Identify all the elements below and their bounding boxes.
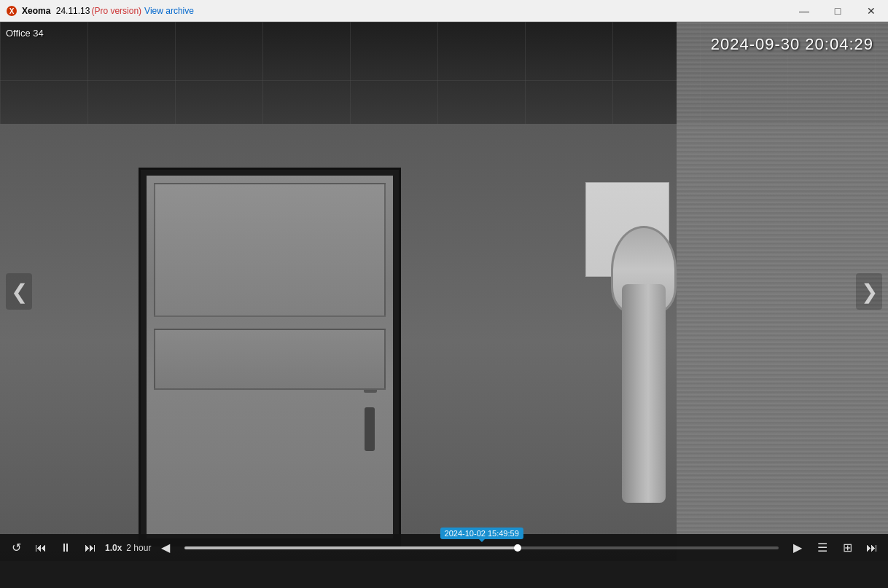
window-controls: — □ ✕ bbox=[787, 0, 888, 22]
pause-button[interactable]: ⏸ bbox=[55, 538, 76, 558]
skip-prev-button[interactable]: ◀ bbox=[155, 538, 176, 558]
grid-button[interactable]: ⊞ bbox=[837, 538, 857, 558]
pro-label: (Pro version) bbox=[91, 6, 141, 16]
app-logo: X bbox=[6, 5, 17, 17]
playback-duration: 2 hour bbox=[126, 543, 151, 553]
app-version bbox=[52, 6, 54, 16]
door-handle bbox=[365, 407, 375, 451]
skip-prev-icon: ◀ bbox=[161, 541, 170, 554]
timeline-thumb[interactable] bbox=[514, 544, 521, 552]
step-back-button[interactable]: ⏮ bbox=[31, 538, 51, 558]
maximize-button[interactable]: □ bbox=[821, 0, 854, 22]
chevron-left-icon: ❮ bbox=[11, 280, 28, 304]
titlebar: X Xeoma 24.11.13 (Pro version) View arch… bbox=[0, 0, 888, 22]
skip-to-end-button[interactable]: ⏭ bbox=[862, 538, 882, 558]
appliance-body bbox=[622, 284, 666, 503]
rewind-button[interactable]: ↺ bbox=[6, 538, 26, 558]
tower-appliance bbox=[611, 226, 677, 503]
step-back-icon: ⏮ bbox=[35, 541, 47, 554]
pause-icon: ⏸ bbox=[60, 541, 71, 554]
view-archive-link[interactable]: View archive bbox=[144, 6, 194, 16]
skip-next-button[interactable]: ▶ bbox=[787, 538, 808, 558]
skip-to-end-icon: ⏭ bbox=[866, 541, 878, 554]
step-fwd-button[interactable]: ⏭ bbox=[80, 538, 101, 558]
nav-prev-camera[interactable]: ❮ bbox=[6, 273, 32, 310]
timeline-track[interactable] bbox=[184, 546, 779, 549]
svg-text:X: X bbox=[9, 7, 15, 15]
camera-background bbox=[0, 22, 888, 561]
version-number: 24.11.13 bbox=[56, 6, 90, 16]
titlebar-text: Xeoma 24.11.13 (Pro version) View archiv… bbox=[22, 6, 194, 16]
door-frame bbox=[139, 168, 401, 546]
timeline-fill bbox=[184, 546, 517, 549]
rewind-icon: ↺ bbox=[12, 541, 21, 554]
playback-speed: 1.0x bbox=[105, 543, 122, 553]
door-lock bbox=[364, 377, 377, 393]
playback-controls: ↺ ⏮ ⏸ ⏭ 1.0x 2 hour ◀ 2024-10-02 15:49:5… bbox=[0, 534, 888, 561]
grid-icon: ⊞ bbox=[843, 541, 852, 554]
nav-next-camera[interactable]: ❯ bbox=[856, 273, 882, 310]
minimize-button[interactable]: — bbox=[787, 0, 821, 22]
camera-timestamp: 2024-09-30 20:04:29 bbox=[711, 35, 873, 54]
door-panel bbox=[147, 176, 393, 538]
step-fwd-icon: ⏭ bbox=[85, 541, 96, 554]
close-button[interactable]: ✕ bbox=[854, 0, 888, 22]
chevron-right-icon: ❯ bbox=[861, 280, 878, 304]
camera-feed: Office 34 2024-09-30 20:04:29 ❮ ❯ ↺ ⏮ ⏸ … bbox=[0, 22, 888, 561]
camera-label: Office 34 bbox=[6, 28, 44, 39]
skip-next-icon: ▶ bbox=[793, 541, 802, 554]
app-name: Xeoma bbox=[22, 6, 50, 16]
menu-icon: ☰ bbox=[817, 541, 827, 554]
menu-button[interactable]: ☰ bbox=[812, 538, 833, 558]
timeline-wrapper[interactable]: 2024-10-02 15:49:59 bbox=[184, 541, 779, 555]
